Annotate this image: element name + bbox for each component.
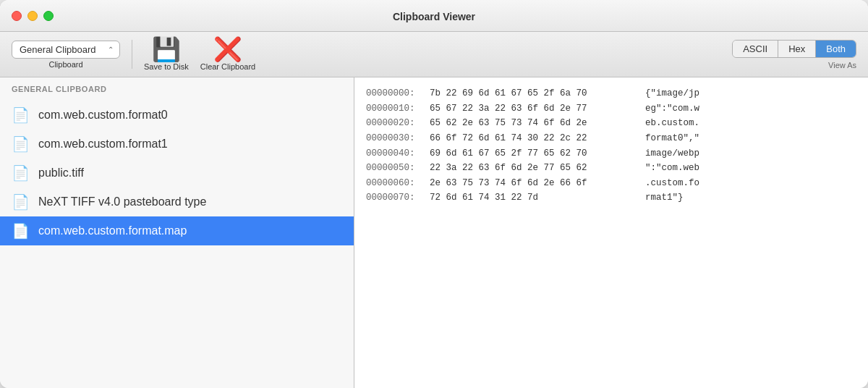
toolbar: General Clipboard ⌃ Clipboard 💾 Save to …	[0, 32, 868, 77]
clear-icon: ❌	[213, 38, 242, 61]
view-as-buttons: ASCII Hex Both	[732, 40, 856, 58]
hex-ascii: .custom.fo	[645, 176, 699, 191]
hex-row: 00000040: 69 6d 61 67 65 2f 77 65 62 70 …	[366, 146, 856, 161]
close-button[interactable]	[12, 11, 22, 21]
hex-ascii: eg":"com.w	[645, 101, 699, 117]
main-content: GENERAL CLIPBOARD 📄 com.web.custom.forma…	[0, 77, 868, 388]
list-item-active[interactable]: 📄 com.web.custom.format.map	[0, 216, 354, 245]
maximize-button[interactable]	[43, 11, 54, 21]
hex-address: 00000070:	[366, 190, 424, 206]
sidebar-list: 📄 com.web.custom.format0 📄 com.web.custo…	[0, 98, 354, 388]
document-icon: 📄	[12, 106, 30, 124]
chevron-down-icon: ⌃	[108, 46, 114, 54]
clear-clipboard-button[interactable]: ❌ Clear Clipboard	[200, 38, 255, 71]
sidebar: GENERAL CLIPBOARD 📄 com.web.custom.forma…	[0, 77, 354, 388]
hex-row: 00000020: 65 62 2e 63 75 73 74 6f 6d 2e …	[366, 116, 856, 131]
hex-bytes: 22 3a 22 63 6f 6d 2e 77 65 62	[430, 161, 639, 176]
hex-address: 00000040:	[366, 146, 424, 161]
hex-bytes: 65 62 2e 63 75 73 74 6f 6d 2e	[430, 116, 639, 131]
divider-1	[132, 40, 132, 69]
hex-bytes: 69 6d 61 67 65 2f 77 65 62 70	[430, 146, 639, 161]
document-icon: 📄	[12, 222, 30, 240]
item-label: com.web.custom.format0	[38, 109, 168, 122]
sidebar-header: GENERAL CLIPBOARD	[0, 77, 354, 98]
document-icon: 📄	[12, 164, 30, 182]
hex-address: 00000000:	[366, 86, 424, 101]
hex-address: 00000010:	[366, 101, 424, 117]
hex-bytes: 65 67 22 3a 22 63 6f 6d 2e 77	[430, 101, 639, 117]
hex-bytes: 7b 22 69 6d 61 67 65 2f 6a 70	[430, 86, 639, 101]
document-icon: 📄	[12, 193, 30, 211]
hex-ascii: format0","	[645, 131, 699, 146]
item-label: com.web.custom.format.map	[38, 224, 187, 237]
view-ascii-button[interactable]: ASCII	[733, 41, 778, 57]
hex-row: 00000010: 65 67 22 3a 22 63 6f 6d 2e 77 …	[366, 101, 856, 117]
list-item[interactable]: 📄 NeXT TIFF v4.0 pasteboard type	[0, 187, 354, 216]
hex-address: 00000060:	[366, 176, 424, 191]
clipboard-section-label: Clipboard	[48, 60, 82, 69]
clipboard-dropdown-value: General Clipboard	[20, 44, 96, 55]
document-icon: 📄	[12, 135, 30, 153]
item-label: public.tiff	[38, 166, 84, 180]
list-item[interactable]: 📄 com.web.custom.format1	[0, 130, 354, 159]
view-hex-button[interactable]: Hex	[778, 41, 816, 57]
view-as-group: ASCII Hex Both View As	[732, 40, 856, 69]
hex-ascii: {"image/jp	[645, 86, 699, 101]
view-as-label: View As	[828, 61, 856, 69]
item-label: NeXT TIFF v4.0 pasteboard type	[38, 195, 206, 208]
save-disk-icon: 💾	[152, 38, 181, 61]
hex-view: 00000000: 7b 22 69 6d 61 67 65 2f 6a 70 …	[354, 77, 868, 388]
hex-bytes: 66 6f 72 6d 61 74 30 22 2c 22	[430, 131, 639, 146]
window-title: Clipboard Viewer	[393, 11, 475, 22]
hex-address: 00000050:	[366, 161, 424, 176]
clipboard-dropdown[interactable]: General Clipboard ⌃	[12, 41, 120, 59]
hex-bytes: 2e 63 75 73 74 6f 6d 2e 66 6f	[430, 176, 639, 191]
hex-ascii: image/webp	[645, 146, 699, 161]
hex-row: 00000050: 22 3a 22 63 6f 6d 2e 77 65 62 …	[366, 161, 856, 176]
hex-row: 00000000: 7b 22 69 6d 61 67 65 2f 6a 70 …	[366, 86, 856, 101]
hex-ascii: rmat1"}	[645, 190, 684, 206]
title-bar: Clipboard Viewer	[0, 0, 868, 32]
hex-ascii: eb.custom.	[645, 116, 699, 131]
hex-bytes: 72 6d 61 74 31 22 7d	[430, 190, 639, 206]
main-window: Clipboard Viewer General Clipboard ⌃ Cli…	[0, 0, 868, 388]
view-both-button[interactable]: Both	[816, 41, 856, 57]
traffic-lights	[12, 11, 54, 21]
minimize-button[interactable]	[27, 11, 38, 21]
hex-address: 00000020:	[366, 116, 424, 131]
hex-row: 00000060: 2e 63 75 73 74 6f 6d 2e 66 6f …	[366, 176, 856, 191]
item-label: com.web.custom.format1	[38, 138, 168, 151]
hex-ascii: ":"com.web	[645, 161, 699, 176]
hex-row: 00000030: 66 6f 72 6d 61 74 30 22 2c 22 …	[366, 131, 856, 146]
hex-row: 00000070: 72 6d 61 74 31 22 7d rmat1"}	[366, 190, 856, 206]
hex-address: 00000030:	[366, 131, 424, 146]
clear-label: Clear Clipboard	[200, 62, 255, 71]
list-item[interactable]: 📄 com.web.custom.format0	[0, 101, 354, 130]
save-to-disk-button[interactable]: 💾 Save to Disk	[144, 38, 189, 71]
save-label: Save to Disk	[144, 62, 189, 71]
list-item[interactable]: 📄 public.tiff	[0, 159, 354, 187]
